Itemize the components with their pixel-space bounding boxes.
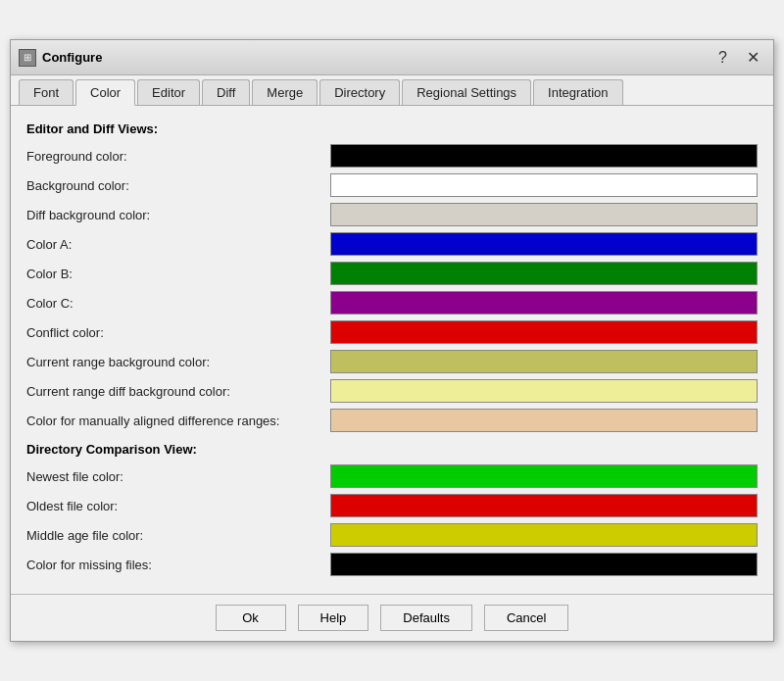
- tab-integration[interactable]: Integration: [533, 79, 622, 105]
- footer: Ok Help Defaults Cancel: [11, 594, 773, 641]
- color-swatch[interactable]: [330, 464, 758, 488]
- color-row: Current range background color:: [26, 350, 758, 373]
- color-row: Foreground color:: [26, 144, 758, 168]
- editor-diff-section-title: Editor and Diff Views:: [26, 122, 758, 136]
- color-swatch[interactable]: [330, 379, 758, 403]
- color-label: Color C:: [26, 296, 330, 311]
- color-swatch[interactable]: [330, 409, 758, 432]
- color-row: Oldest file color:: [26, 494, 758, 517]
- ok-button[interactable]: Ok: [216, 605, 286, 631]
- defaults-button[interactable]: Defaults: [380, 605, 472, 631]
- color-label: Newest file color:: [26, 469, 330, 484]
- color-swatch[interactable]: [330, 173, 758, 197]
- color-row: Newest file color:: [26, 464, 758, 488]
- tab-merge[interactable]: Merge: [252, 79, 318, 105]
- content-area: Editor and Diff Views: Foreground color:…: [11, 106, 773, 594]
- color-label: Current range diff background color:: [26, 384, 330, 399]
- tab-directory[interactable]: Directory: [319, 79, 400, 105]
- help-button[interactable]: ?: [712, 47, 733, 69]
- help-button-footer[interactable]: Help: [298, 605, 369, 631]
- color-swatch[interactable]: [330, 350, 758, 373]
- color-label: Color A:: [26, 237, 330, 252]
- close-button[interactable]: ✕: [741, 46, 765, 69]
- tab-bar: FontColorEditorDiffMergeDirectoryRegiona…: [11, 75, 773, 106]
- color-row: Color for missing files:: [26, 553, 758, 576]
- color-swatch[interactable]: [330, 203, 758, 226]
- cancel-button[interactable]: Cancel: [484, 605, 568, 631]
- window-title: Configure: [42, 50, 102, 65]
- tab-regional-settings[interactable]: Regional Settings: [402, 79, 531, 105]
- color-swatch[interactable]: [330, 553, 758, 576]
- color-label: Background color:: [26, 178, 330, 193]
- title-bar-controls: ? ✕: [712, 46, 765, 69]
- color-row: Diff background color:: [26, 203, 758, 226]
- app-icon: ⊞: [19, 49, 36, 67]
- color-row: Background color:: [26, 173, 758, 197]
- color-label: Foreground color:: [26, 149, 330, 164]
- configure-window: ⊞ Configure ? ✕ FontColorEditorDiffMerge…: [10, 39, 774, 642]
- color-label: Color for manually aligned difference ra…: [26, 413, 330, 428]
- color-label: Color B:: [26, 267, 330, 281]
- directory-section-title: Directory Comparison View:: [26, 442, 758, 457]
- tab-editor[interactable]: Editor: [137, 79, 200, 105]
- tab-diff[interactable]: Diff: [202, 79, 250, 105]
- color-swatch[interactable]: [330, 320, 758, 344]
- color-row: Current range diff background color:: [26, 379, 758, 403]
- color-row: Middle age file color:: [26, 523, 758, 547]
- color-swatch[interactable]: [330, 291, 758, 315]
- color-label: Oldest file color:: [26, 499, 330, 513]
- color-swatch[interactable]: [330, 144, 758, 168]
- color-swatch[interactable]: [330, 262, 758, 285]
- color-label: Conflict color:: [26, 325, 330, 340]
- color-label: Current range background color:: [26, 355, 330, 369]
- color-row: Color for manually aligned difference ra…: [26, 409, 758, 432]
- color-row: Conflict color:: [26, 320, 758, 344]
- title-bar-left: ⊞ Configure: [19, 49, 102, 67]
- color-label: Middle age file color:: [26, 528, 330, 543]
- color-row: Color A:: [26, 232, 758, 256]
- tab-font[interactable]: Font: [19, 79, 74, 105]
- color-swatch[interactable]: [330, 523, 758, 547]
- title-bar: ⊞ Configure ? ✕: [11, 40, 773, 75]
- color-row: Color C:: [26, 291, 758, 315]
- color-label: Diff background color:: [26, 208, 330, 222]
- color-swatch[interactable]: [330, 494, 758, 517]
- tab-color[interactable]: Color: [75, 79, 135, 106]
- color-label: Color for missing files:: [26, 558, 330, 572]
- color-row: Color B:: [26, 262, 758, 285]
- color-swatch[interactable]: [330, 232, 758, 256]
